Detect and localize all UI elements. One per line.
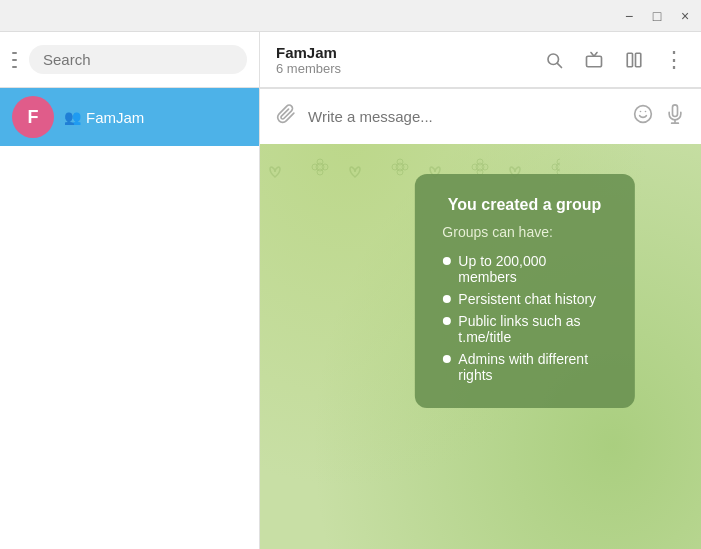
svg-point-15 [635, 106, 652, 123]
svg-rect-3 [627, 53, 632, 67]
info-card-subtitle: Groups can have: [442, 224, 606, 240]
sidebar-header [0, 32, 259, 88]
chat-header-info: FamJam 6 members [276, 44, 531, 76]
chat-header-subtitle: 6 members [276, 61, 531, 76]
bullet-icon [442, 317, 450, 325]
info-card-title: You created a group [442, 196, 606, 214]
chat-list: F 👥 FamJam [0, 88, 259, 549]
list-item-text: Persistent chat history [458, 291, 596, 307]
info-card: You created a group Groups can have: Up … [414, 174, 634, 408]
chat-item-info: 👥 FamJam [64, 109, 144, 126]
main-layout: F 👥 FamJam FamJam 6 members [0, 32, 701, 549]
maximize-button[interactable]: □ [649, 8, 665, 24]
chat-name-label: FamJam [86, 109, 144, 126]
chat-header-actions: ⋮ [543, 49, 685, 71]
more-options-icon[interactable]: ⋮ [663, 49, 685, 71]
list-item-text: Admins with different rights [458, 351, 606, 383]
attach-icon[interactable] [276, 104, 296, 129]
chat-area: FamJam 6 members [260, 32, 701, 549]
bullet-icon [442, 295, 450, 303]
broadcast-icon[interactable] [583, 49, 605, 71]
hamburger-menu-icon[interactable] [12, 52, 17, 68]
chat-header-name: FamJam [276, 44, 531, 61]
columns-icon[interactable] [623, 49, 645, 71]
list-item: Public links such as t.me/title [442, 310, 606, 348]
list-item: Up to 200,000 members [442, 250, 606, 288]
minimize-button[interactable]: − [621, 8, 637, 24]
mic-icon[interactable] [665, 104, 685, 129]
info-card-list: Up to 200,000 membersPersistent chat his… [442, 250, 606, 386]
bullet-icon [442, 257, 450, 265]
svg-line-1 [557, 63, 561, 67]
emoji-icon[interactable] [633, 104, 653, 129]
avatar: F [12, 96, 54, 138]
list-item-text: Up to 200,000 members [458, 253, 606, 285]
message-input[interactable] [308, 108, 621, 125]
sidebar: F 👥 FamJam [0, 32, 260, 549]
group-icon: 👥 [64, 109, 81, 125]
close-button[interactable]: × [677, 8, 693, 24]
message-input-area [260, 88, 701, 144]
svg-rect-2 [587, 56, 602, 67]
chat-item-name: 👥 FamJam [64, 109, 144, 126]
bullet-icon [442, 355, 450, 363]
search-icon[interactable] [543, 49, 565, 71]
list-item: Admins with different rights [442, 348, 606, 386]
search-input[interactable] [29, 45, 247, 74]
list-item-text: Public links such as t.me/title [458, 313, 606, 345]
chat-header: FamJam 6 members [260, 32, 701, 88]
title-bar: − □ × [0, 0, 701, 32]
chat-item-famjam[interactable]: F 👥 FamJam [0, 88, 259, 146]
list-item: Persistent chat history [442, 288, 606, 310]
svg-rect-4 [636, 53, 641, 67]
